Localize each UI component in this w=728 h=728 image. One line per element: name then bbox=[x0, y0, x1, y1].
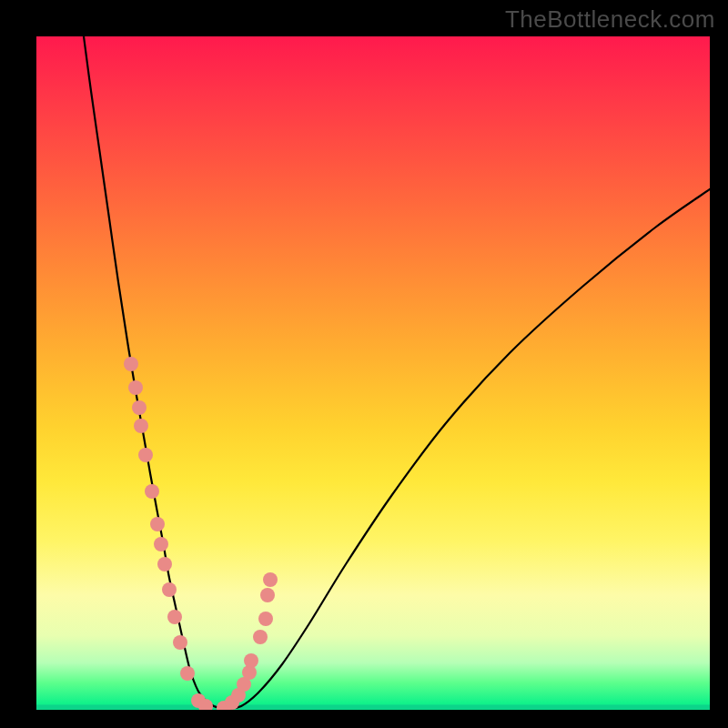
data-marker bbox=[138, 448, 153, 462]
data-marker bbox=[154, 537, 168, 551]
data-marker bbox=[124, 357, 138, 371]
data-marker bbox=[134, 419, 148, 433]
data-marker bbox=[258, 612, 273, 626]
chart-frame: TheBottleneck.com bbox=[0, 0, 728, 728]
data-marker bbox=[150, 517, 165, 531]
data-marker bbox=[253, 630, 268, 644]
data-marker bbox=[173, 635, 187, 650]
data-marker bbox=[162, 582, 177, 597]
data-marker bbox=[157, 557, 172, 571]
data-marker bbox=[167, 610, 182, 624]
marker-cluster-left bbox=[124, 357, 213, 710]
data-marker bbox=[132, 400, 147, 415]
chart-svg bbox=[36, 36, 710, 710]
bottleneck-curve bbox=[84, 36, 710, 708]
data-marker bbox=[145, 484, 159, 499]
plot-area bbox=[36, 36, 710, 710]
data-marker bbox=[180, 666, 195, 681]
data-marker bbox=[244, 653, 258, 668]
data-marker bbox=[260, 588, 275, 602]
data-marker bbox=[263, 572, 278, 587]
watermark-text: TheBottleneck.com bbox=[505, 5, 715, 34]
marker-cluster-right bbox=[217, 572, 278, 710]
data-marker bbox=[128, 380, 143, 395]
